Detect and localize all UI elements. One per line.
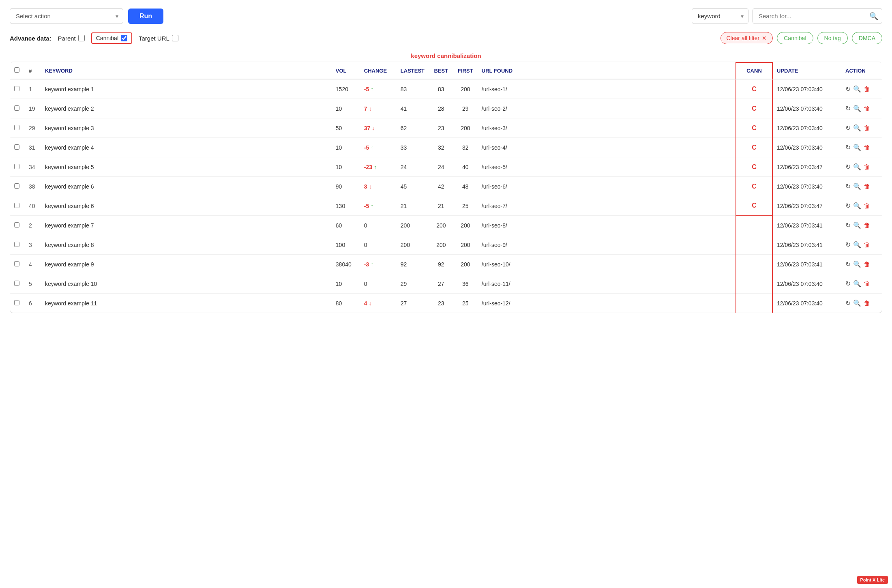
search-icon-button[interactable]: 🔍 xyxy=(869,12,878,21)
search-row-icon[interactable]: 🔍 xyxy=(853,280,861,288)
search-row-icon[interactable]: 🔍 xyxy=(853,202,861,210)
search-row-icon[interactable]: 🔍 xyxy=(853,299,861,307)
row-first: 29 xyxy=(453,99,478,118)
refresh-icon[interactable]: ↻ xyxy=(845,144,851,151)
row-checkbox[interactable] xyxy=(14,125,19,130)
refresh-icon[interactable]: ↻ xyxy=(845,202,851,210)
refresh-icon[interactable]: ↻ xyxy=(845,182,851,190)
change-value: -5 ↑ xyxy=(364,86,373,92)
search-row-icon[interactable]: 🔍 xyxy=(853,163,861,171)
delete-icon[interactable]: 🗑 xyxy=(864,222,870,229)
refresh-icon[interactable]: ↻ xyxy=(845,105,851,112)
delete-icon[interactable]: 🗑 xyxy=(864,241,870,249)
search-row-icon[interactable]: 🔍 xyxy=(853,182,861,190)
row-keyword: keyword example 6 xyxy=(41,196,332,216)
row-vol: 130 xyxy=(332,196,360,216)
row-cann: C xyxy=(736,79,772,99)
row-update: 12/06/23 07:03:47 xyxy=(772,196,841,216)
row-lastest: 200 xyxy=(397,216,429,235)
row-change: 4 ↓ xyxy=(360,294,397,313)
select-all-checkbox[interactable] xyxy=(14,67,19,73)
search-input[interactable] xyxy=(753,8,882,24)
row-keyword: keyword example 6 xyxy=(41,177,332,196)
search-row-icon[interactable]: 🔍 xyxy=(853,241,861,249)
row-update: 12/06/23 07:03:41 xyxy=(772,235,841,255)
row-update: 12/06/23 07:03:40 xyxy=(772,79,841,99)
row-keyword: keyword example 3 xyxy=(41,118,332,138)
row-best: 200 xyxy=(429,235,453,255)
delete-icon[interactable]: 🗑 xyxy=(864,261,870,268)
delete-icon[interactable]: 🗑 xyxy=(864,144,870,151)
row-checkbox[interactable] xyxy=(14,183,19,189)
change-value: 7 ↓ xyxy=(364,105,372,112)
run-button[interactable]: Run xyxy=(128,9,163,24)
dmca-chip[interactable]: DMCA xyxy=(852,32,882,44)
row-best: 92 xyxy=(429,255,453,274)
notag-chip[interactable]: No tag xyxy=(817,32,848,44)
row-change: 7 ↓ xyxy=(360,99,397,118)
row-url: /url-seo-8/ xyxy=(478,216,736,235)
refresh-icon[interactable]: ↻ xyxy=(845,124,851,132)
row-best: 23 xyxy=(429,294,453,313)
delete-icon[interactable]: 🗑 xyxy=(864,202,870,210)
row-update: 12/06/23 07:03:40 xyxy=(772,177,841,196)
row-cann: C xyxy=(736,138,772,157)
row-first: 32 xyxy=(453,138,478,157)
keyword-type-dropdown[interactable]: keyword xyxy=(692,8,748,24)
delete-icon[interactable]: 🗑 xyxy=(864,124,870,132)
refresh-icon[interactable]: ↻ xyxy=(845,163,851,171)
row-checkbox[interactable] xyxy=(14,203,19,208)
parent-checkbox[interactable] xyxy=(78,35,85,41)
row-checkbox[interactable] xyxy=(14,105,19,111)
delete-icon[interactable]: 🗑 xyxy=(864,105,870,112)
row-checkbox[interactable] xyxy=(14,86,19,91)
change-value: -3 ↑ xyxy=(364,261,373,268)
row-keyword: keyword example 1 xyxy=(41,79,332,99)
delete-icon[interactable]: 🗑 xyxy=(864,163,870,171)
row-checkbox[interactable] xyxy=(14,144,19,150)
row-cann: C xyxy=(736,118,772,138)
refresh-icon[interactable]: ↻ xyxy=(845,260,851,268)
col-header-url: URL FOUND xyxy=(478,62,736,79)
row-change: 37 ↓ xyxy=(360,118,397,138)
delete-icon[interactable]: 🗑 xyxy=(864,280,870,288)
cannibal-chip[interactable]: Cannibal xyxy=(777,32,813,44)
row-checkbox[interactable] xyxy=(14,222,19,227)
row-url: /url-seo-3/ xyxy=(478,118,736,138)
refresh-icon[interactable]: ↻ xyxy=(845,85,851,93)
row-checkbox[interactable] xyxy=(14,242,19,247)
delete-icon[interactable]: 🗑 xyxy=(864,183,870,190)
delete-icon[interactable]: 🗑 xyxy=(864,300,870,307)
row-checkbox[interactable] xyxy=(14,261,19,266)
refresh-icon[interactable]: ↻ xyxy=(845,299,851,307)
refresh-icon[interactable]: ↻ xyxy=(845,280,851,288)
select-action-dropdown[interactable]: Select action xyxy=(10,8,123,24)
row-best: 21 xyxy=(429,196,453,216)
row-vol: 50 xyxy=(332,118,360,138)
search-row-icon[interactable]: 🔍 xyxy=(853,144,861,151)
row-update: 12/06/23 07:03:40 xyxy=(772,118,841,138)
delete-icon[interactable]: 🗑 xyxy=(864,86,870,93)
row-checkbox-cell xyxy=(10,274,25,294)
row-checkbox-cell xyxy=(10,294,25,313)
search-row-icon[interactable]: 🔍 xyxy=(853,260,861,268)
select-all-header xyxy=(10,62,25,79)
parent-filter-item: Parent xyxy=(58,35,85,42)
refresh-icon[interactable]: ↻ xyxy=(845,241,851,249)
search-row-icon[interactable]: 🔍 xyxy=(853,105,861,112)
row-checkbox[interactable] xyxy=(14,300,19,305)
row-actions: ↻ 🔍 🗑 xyxy=(841,274,882,294)
table-row: 31 keyword example 4 10 -5 ↑ 33 32 32 /u… xyxy=(10,138,882,157)
row-checkbox[interactable] xyxy=(14,281,19,286)
search-row-icon[interactable]: 🔍 xyxy=(853,221,861,229)
refresh-icon[interactable]: ↻ xyxy=(845,221,851,229)
row-num: 4 xyxy=(25,255,41,274)
target-url-checkbox[interactable] xyxy=(172,35,178,41)
row-change: 0 xyxy=(360,216,397,235)
clear-filter-button[interactable]: Clear all filter ✕ xyxy=(720,32,773,44)
search-row-icon[interactable]: 🔍 xyxy=(853,85,861,93)
cannibal-checkbox[interactable] xyxy=(121,35,127,41)
row-checkbox[interactable] xyxy=(14,164,19,169)
search-row-icon[interactable]: 🔍 xyxy=(853,124,861,132)
row-cann xyxy=(736,216,772,235)
